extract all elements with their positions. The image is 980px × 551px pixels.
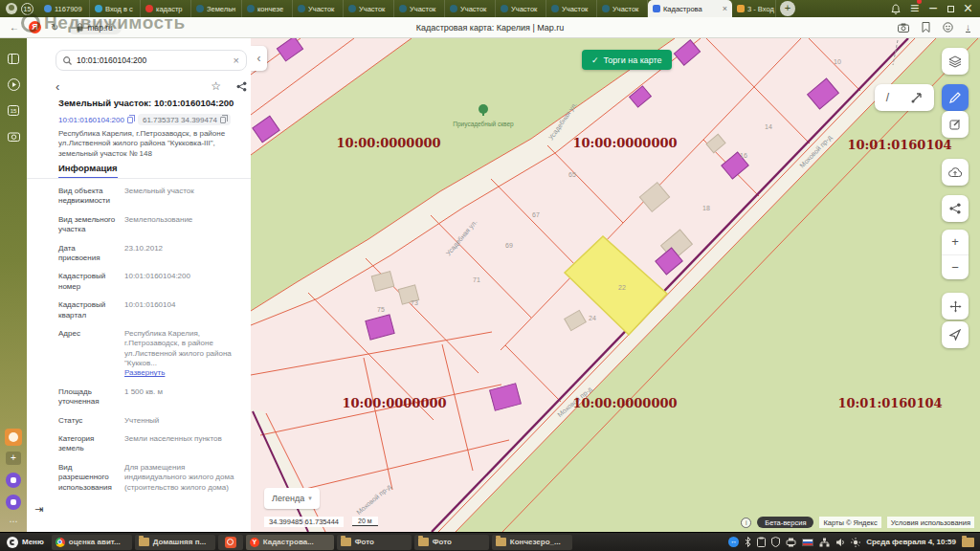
copy-icon[interactable]	[127, 117, 133, 123]
locate-me-button[interactable]	[942, 321, 969, 348]
close-tab-icon[interactable]: ×	[723, 4, 727, 13]
ta skbar-window-chrome[interactable]: оценка авит...	[52, 535, 132, 550]
search-icon	[63, 56, 72, 65]
brightness-icon[interactable]	[851, 538, 860, 547]
share-icon[interactable]	[236, 81, 247, 92]
taskbar-window-photo-2[interactable]: Фото	[414, 535, 489, 550]
zoom-out-button[interactable]: −	[942, 254, 969, 280]
tab-active-cadastral[interactable]: Кадастрова×	[648, 0, 732, 17]
address-bar[interactable]: map.ru	[68, 21, 121, 34]
new-tab-button[interactable]: +	[780, 1, 795, 16]
taskbar-window-browser[interactable]	[218, 535, 243, 550]
scale-bar: 20 м	[352, 517, 378, 526]
search-input[interactable]	[77, 55, 229, 65]
sidebar-more-icon[interactable]: ⋯	[10, 517, 18, 526]
close-window-icon[interactable]: ×	[964, 0, 972, 17]
clear-search-icon[interactable]: ×	[234, 55, 239, 66]
draw-button-active[interactable]	[942, 84, 969, 111]
taskbar-window-cadastral-active[interactable]: YКадастрова...	[246, 535, 334, 550]
panel-nav-row: ‹ ☆	[56, 78, 247, 94]
tab-11[interactable]: Участок	[597, 0, 648, 17]
pan-button[interactable]	[942, 293, 969, 320]
tab-10[interactable]: Участок	[546, 0, 597, 17]
tab-3[interactable]: Земельн	[191, 0, 242, 17]
tab-5[interactable]: Участок	[293, 0, 344, 17]
menu-button[interactable]: Меню	[2, 534, 49, 550]
extension-icon[interactable]	[943, 22, 953, 33]
tab-6[interactable]: Участок	[344, 0, 394, 17]
tab-favicon	[501, 5, 508, 12]
network-icon[interactable]	[819, 538, 830, 547]
back-button[interactable]: ←	[10, 22, 19, 33]
app-icon-1[interactable]	[6, 473, 21, 488]
panel-back-icon[interactable]: ‹	[56, 79, 59, 94]
field-row: Вид разрешенного использованияДля размещ…	[58, 463, 244, 493]
screenshot-icon[interactable]	[7, 129, 20, 143]
tab-4[interactable]: кончезе	[242, 0, 293, 17]
clipboard-icon[interactable]	[757, 537, 766, 547]
collapse-panel-button[interactable]: ‹	[251, 46, 267, 71]
profile-area[interactable]: 15	[0, 0, 39, 17]
auction-map-button[interactable]: ✓Торги на карте	[582, 50, 672, 70]
tab-2[interactable]: кадастр	[141, 0, 191, 17]
layers-button[interactable]	[942, 48, 969, 75]
copy-icon[interactable]	[220, 117, 226, 123]
coordinates-chip[interactable]: 61.735373 34.399474	[138, 114, 231, 125]
taskbar-clock[interactable]: Среда февраля 4, 10:59	[866, 538, 956, 546]
map-share-button[interactable]	[942, 195, 969, 222]
favorite-star-icon[interactable]: ☆	[211, 79, 221, 93]
screenshot-camera-icon[interactable]	[898, 23, 909, 33]
panels-icon[interactable]	[7, 52, 20, 65]
app-icon-2[interactable]	[6, 495, 21, 510]
volume-icon[interactable]	[835, 538, 845, 547]
tray-folder-icon[interactable]	[962, 538, 974, 547]
tab-7[interactable]: Участок	[394, 0, 445, 17]
ruler-icon[interactable]: /	[886, 91, 889, 104]
zoom-in-button[interactable]: +	[942, 230, 969, 254]
cadastral-map-canvas[interactable]: Приусадебный сквер Усадебная ул. Усадебн…	[251, 38, 980, 532]
browser-menu-icon[interactable]: ≡	[910, 0, 919, 17]
tab-9[interactable]: Участок	[496, 0, 546, 17]
panel-collapse-icon[interactable]: ⇥	[34, 503, 43, 516]
bluetooth-icon[interactable]	[745, 537, 751, 547]
restore-window-icon[interactable]	[947, 6, 954, 12]
svg-text:16: 16	[740, 152, 747, 159]
map-area[interactable]: Приусадебный сквер Усадебная ул. Усадебн…	[251, 38, 980, 532]
tab-information[interactable]: Информация	[58, 163, 118, 179]
add-app-button[interactable]: +	[6, 452, 21, 465]
terms-link[interactable]: Условия использования	[887, 517, 974, 528]
taskbar-window-folder-home[interactable]: Домашняя п...	[135, 535, 215, 550]
minimize-window-icon[interactable]: −	[928, 0, 937, 17]
calendar-icon[interactable]: 15	[7, 103, 20, 117]
printer-icon[interactable]	[786, 538, 796, 547]
park-label: Приусадебный сквер	[453, 121, 514, 128]
tab-13[interactable]: 3 - Вход	[732, 0, 776, 17]
downloads-icon[interactable]: ↓	[966, 23, 970, 33]
edit-button[interactable]	[942, 111, 969, 138]
taskbar-window-photo-1[interactable]: Фото	[337, 535, 412, 550]
info-icon[interactable]: i	[741, 518, 751, 528]
shield-icon[interactable]	[771, 537, 780, 547]
taskbar-window-konchezero[interactable]: Кончезеро_...	[492, 535, 572, 550]
route-icon[interactable]	[911, 92, 923, 103]
tab-8[interactable]: Участок	[445, 0, 496, 17]
mail-app-icon[interactable]	[5, 429, 22, 446]
parcel-address-summary: Республика Карелия, г.Петрозаводск, в ра…	[58, 129, 245, 159]
legend-button[interactable]: Легенда▾	[264, 488, 320, 509]
teamviewer-icon[interactable]: ↔	[728, 537, 739, 547]
notifications-bell-icon[interactable]	[891, 4, 901, 14]
tab-0[interactable]: 1167909	[39, 0, 90, 17]
upload-button[interactable]	[942, 159, 969, 186]
folder-icon	[139, 538, 149, 546]
yandex-icon[interactable]: Я	[29, 21, 41, 33]
video-icon[interactable]	[7, 77, 20, 91]
keyboard-layout-flag-icon[interactable]	[802, 539, 813, 546]
reload-button[interactable]: ↻	[51, 22, 58, 33]
expand-address-link[interactable]: Развернуть	[124, 368, 165, 377]
tab-1[interactable]: Вход в с	[90, 0, 141, 17]
cadastral-number-link[interactable]: 10:01:0160104:200	[58, 116, 133, 124]
field-row: Категория земельЗемли населенных пунктов	[58, 434, 244, 454]
bookmark-icon[interactable]	[922, 22, 930, 33]
search-box[interactable]: ×	[56, 50, 247, 71]
svg-text:73: 73	[411, 299, 418, 306]
